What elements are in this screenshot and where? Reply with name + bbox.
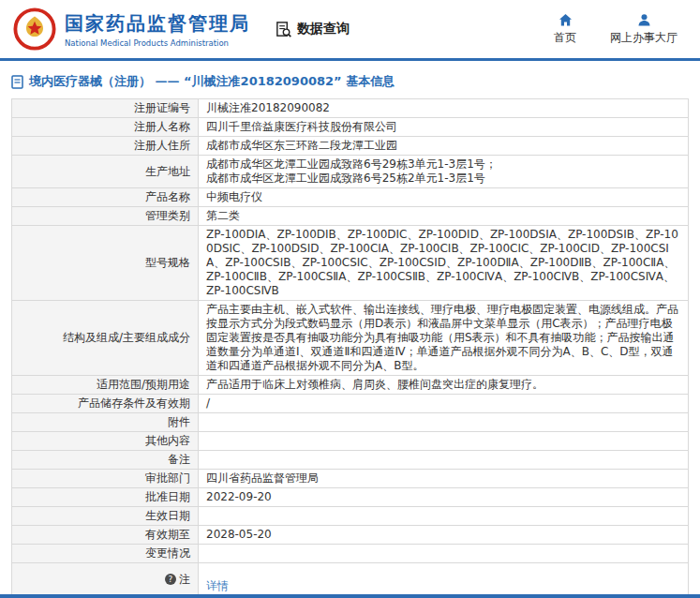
table-row: 其他内容: [12, 432, 689, 451]
detail-link[interactable]: 详情: [206, 579, 229, 592]
site-header: 国家药品监督管理局 National Medical Products Admi…: [0, 0, 700, 58]
table-row: 适用范围/预期用途 产品适用于临床上对颈椎病、肩周炎、腰椎间盘突出症的康复理疗。: [12, 376, 689, 395]
table-row: 型号规格 ZP-100DⅠA、ZP-100DⅠB、ZP-100DⅠC、ZP-10…: [12, 226, 689, 301]
row-label: 型号规格: [12, 226, 199, 301]
data-query-icon: [275, 21, 292, 38]
nav-service-hall-label: 网上办事大厅: [610, 30, 678, 46]
person-icon: [637, 13, 651, 27]
row-value: 产品适用于临床上对颈椎病、肩周炎、腰椎间盘突出症的康复理疗。: [199, 376, 689, 395]
row-label: 生产地址: [12, 156, 199, 188]
row-value: 四川省药品监督管理局: [199, 470, 689, 488]
table-row: 产品储存条件及有效期 /: [12, 395, 689, 413]
row-label: 附件: [12, 413, 199, 432]
table-row: 结构及组成/主要组成成分 产品主要由主机、嵌入式软件、输出连接线、理疗电极、理疗…: [12, 301, 689, 376]
row-label: 注: [12, 563, 199, 596]
row-value: 中频电疗仪: [199, 188, 689, 207]
table-row: 变更情况: [12, 545, 689, 563]
table-row: 产品名称 中频电疗仪: [12, 188, 689, 207]
nav-data-query-label: 数据查询: [297, 21, 350, 37]
site-title-block: 国家药品监督管理局 National Medical Products Admi…: [65, 11, 250, 48]
row-value: 2022-09-20: [199, 488, 689, 507]
breadcrumb: 境内医疗器械（注册） —— “川械注准20182090082” 基本信息: [0, 61, 700, 98]
footer-bar: [0, 594, 700, 598]
row-label: 备注: [12, 451, 199, 470]
nav-home-label: 首页: [554, 30, 576, 46]
row-value: 成都市成华区龙潭工业园成致路6号29栋3单元1-3层1号； 成都市成华区龙潭工业…: [199, 156, 689, 188]
row-label: 适用范围/预期用途: [12, 376, 199, 395]
table-row: 生产地址 成都市成华区龙潭工业园成致路6号29栋3单元1-3层1号； 成都市成华…: [12, 156, 689, 188]
row-value: [199, 432, 689, 451]
registration-info-table: 注册证编号 川械注准20182090082 注册人名称 四川千里倍益康医疗科技股…: [11, 98, 689, 596]
table-row: 注册人住所 成都市成华区东三环路二段龙潭工业园: [12, 137, 689, 156]
nav-data-query[interactable]: 数据查询: [275, 21, 350, 38]
row-value: /: [199, 395, 689, 413]
document-icon: [11, 75, 23, 89]
row-value: 第二类: [199, 207, 689, 226]
row-value: 四川千里倍益康医疗科技股份有限公司: [199, 118, 689, 137]
row-value: [199, 413, 689, 432]
row-value: 川械注准20182090082: [199, 99, 689, 118]
row-label: 管理类别: [12, 207, 199, 226]
table-row: 生效日期: [12, 507, 689, 526]
row-label: 批准日期: [12, 488, 199, 507]
row-label: 注册证编号: [12, 99, 199, 118]
table-row: 有效期至 2028-05-20: [12, 526, 689, 545]
row-label-text: 注: [179, 573, 190, 587]
row-label: 有效期至: [12, 526, 199, 545]
row-label: 其他内容: [12, 432, 199, 451]
table-row: 备注: [12, 451, 689, 470]
row-label: 变更情况: [12, 545, 199, 563]
row-value: 成都市成华区东三环路二段龙潭工业园: [199, 137, 689, 156]
home-icon: [559, 13, 573, 27]
row-value: 产品主要由主机、嵌入式软件、输出连接线、理疗电极、理疗电极固定装置、电源线组成。…: [199, 301, 689, 376]
nav-home[interactable]: 首页: [554, 13, 576, 46]
row-label: 产品名称: [12, 188, 199, 207]
row-value: [199, 507, 689, 526]
breadcrumb-text: 境内医疗器械（注册） —— “川械注准20182090082” 基本信息: [29, 73, 395, 90]
row-label: 生效日期: [12, 507, 199, 526]
site-title: 国家药品监督管理局: [65, 11, 250, 37]
row-label: 注册人住所: [12, 137, 199, 156]
row-label: 注册人名称: [12, 118, 199, 137]
row-value: 2028-05-20: [199, 526, 689, 545]
row-value: ZP-100DⅠA、ZP-100DⅠB、ZP-100DⅠC、ZP-100DⅠD、…: [199, 226, 689, 301]
table-row: 附件: [12, 413, 689, 432]
row-value: [199, 545, 689, 563]
top-right-nav: 首页 网上办事大厅: [554, 13, 687, 46]
nav-service-hall[interactable]: 网上办事大厅: [610, 13, 678, 46]
table-row: 注册人名称 四川千里倍益康医疗科技股份有限公司: [12, 118, 689, 137]
row-label: 结构及组成/主要组成成分: [12, 301, 199, 376]
row-label: 产品储存条件及有效期: [12, 395, 199, 413]
table-row: 注 详情: [12, 563, 689, 596]
table-row: 管理类别 第二类: [12, 207, 689, 226]
nmpa-logo: [13, 7, 56, 51]
table-row: 审批部门 四川省药品监督管理局: [12, 470, 689, 488]
site-subtitle: National Medical Products Administration: [65, 38, 250, 48]
table-row: 注册证编号 川械注准20182090082: [12, 99, 689, 118]
note-icon: [165, 574, 176, 585]
row-value: [199, 451, 689, 470]
table-row: 批准日期 2022-09-20: [12, 488, 689, 507]
row-label: 审批部门: [12, 470, 199, 488]
row-value: 详情: [199, 563, 689, 596]
